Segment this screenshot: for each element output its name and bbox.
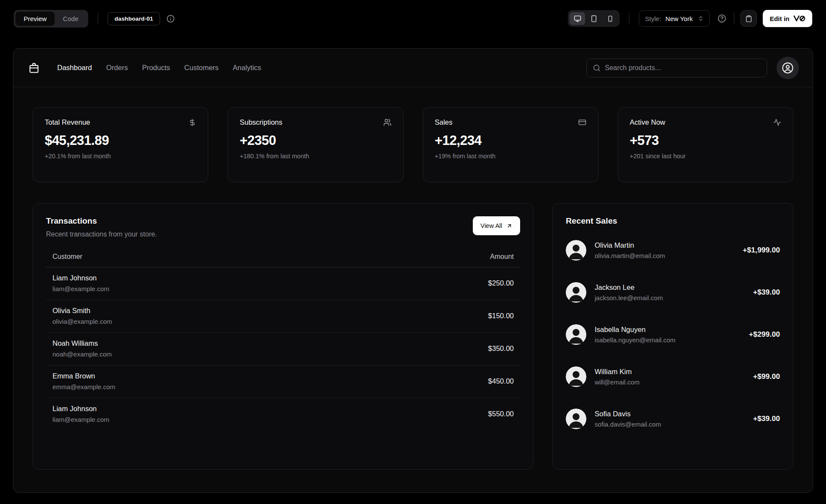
- toolbar-left-group: Preview Code dashboard-01: [14, 10, 175, 28]
- transactions-card: Transactions Recent transactions from yo…: [33, 203, 533, 470]
- sale-amount: +$299.00: [749, 330, 780, 339]
- transaction-amount: $450.00: [360, 366, 520, 398]
- recent-sales-list: Olivia Martin olivia.martin@email.com +$…: [566, 240, 780, 429]
- block-name-badge: dashboard-01: [108, 12, 160, 25]
- users-icon: [383, 118, 391, 126]
- search-box: [586, 58, 767, 77]
- toolbar-right-group: Style: New York Edit in: [568, 10, 812, 27]
- nav-item-products[interactable]: Products: [142, 64, 170, 72]
- table-row: Liam Johnson liam@example.com $550.00: [46, 398, 520, 431]
- sale-customer-name: William Kim: [595, 368, 639, 376]
- preview-toolbar: Preview Code dashboard-01: [0, 0, 826, 37]
- column-header-customer: Customer: [46, 253, 360, 267]
- user-menu-button[interactable]: [777, 57, 799, 79]
- stat-card-active-now: Active Now +573 +201 since last hour: [618, 107, 793, 182]
- sale-amount: +$39.00: [753, 415, 780, 423]
- arrow-up-right-icon: [506, 223, 512, 229]
- transaction-amount: $250.00: [360, 267, 520, 300]
- desktop-viewport-button[interactable]: [570, 12, 585, 25]
- stat-card-subscriptions: Subscriptions +2350 +180.1% from last mo…: [228, 107, 403, 182]
- stats-row: Total Revenue $45,231.89 +20.1% from las…: [33, 107, 793, 182]
- tablet-icon: [590, 15, 598, 22]
- customer-name: Olivia Smith: [52, 307, 354, 315]
- sale-amount: +$99.00: [753, 372, 780, 381]
- toolbar-divider: [629, 13, 629, 24]
- stat-value: $45,231.89: [45, 133, 196, 148]
- stat-change: +201 since last hour: [630, 153, 781, 160]
- edit-in-v0-button[interactable]: Edit in: [763, 10, 812, 27]
- code-tab[interactable]: Code: [55, 12, 86, 26]
- table-row: Emma Brown emma@example.com $450.00: [46, 366, 520, 398]
- recent-sales-card: Recent Sales Olivia Martin olivia.martin…: [552, 203, 793, 470]
- table-row: Noah Williams noah@example.com $350.00: [46, 333, 520, 366]
- avatar: [566, 324, 586, 345]
- clipboard-icon[interactable]: [740, 10, 757, 27]
- dollar-sign-icon: [188, 119, 196, 126]
- stat-title: Sales: [435, 118, 453, 126]
- sale-customer-email: jackson.lee@email.com: [595, 294, 663, 301]
- list-item: William Kim will@email.com +$99.00: [566, 366, 780, 387]
- stat-change: +20.1% from last month: [45, 153, 196, 160]
- search-input[interactable]: [605, 64, 761, 72]
- customer-email: olivia@example.com: [52, 318, 354, 325]
- smartphone-icon: [607, 15, 613, 22]
- customer-email: emma@example.com: [52, 383, 354, 390]
- stat-title: Total Revenue: [45, 118, 90, 126]
- transactions-subtitle: Recent transactions from your store.: [46, 230, 157, 238]
- nav-item-dashboard[interactable]: Dashboard: [57, 64, 92, 72]
- customer-name: Emma Brown: [52, 372, 354, 380]
- activity-icon: [773, 118, 781, 126]
- nav-item-analytics[interactable]: Analytics: [233, 64, 261, 72]
- column-header-amount: Amount: [360, 253, 520, 267]
- customer-name: Noah Williams: [52, 339, 354, 347]
- table-row: Liam Johnson liam@example.com $250.00: [46, 267, 520, 300]
- credit-card-icon: [578, 118, 586, 126]
- recent-sales-title: Recent Sales: [566, 216, 780, 226]
- transaction-amount: $150.00: [360, 300, 520, 333]
- nav-item-customers[interactable]: Customers: [184, 64, 219, 72]
- customer-name: Liam Johnson: [52, 405, 354, 413]
- list-item: Sofia Davis sofia.davis@email.com +$39.0…: [566, 409, 780, 429]
- stat-value: +12,234: [435, 133, 586, 148]
- main-nav: Dashboard Orders Products Customers Anal…: [57, 64, 261, 72]
- list-item: Isabella Nguyen isabella.nguyen@email.co…: [566, 324, 780, 345]
- main-row: Transactions Recent transactions from yo…: [33, 203, 793, 470]
- toolbar-divider: [734, 13, 734, 24]
- transaction-amount: $550.00: [360, 398, 520, 431]
- toolbar-divider: [98, 13, 98, 24]
- style-select[interactable]: Style: New York: [639, 10, 710, 27]
- customer-email: liam@example.com: [52, 416, 354, 423]
- stat-value: +2350: [240, 133, 391, 148]
- chevrons-up-down-icon: [698, 15, 704, 22]
- sale-amount: +$1,999.00: [743, 246, 780, 255]
- sale-customer-email: isabella.nguyen@email.com: [595, 336, 675, 344]
- dashboard-header: Dashboard Orders Products Customers Anal…: [13, 49, 813, 87]
- edit-in-label: Edit in: [770, 15, 789, 22]
- list-item: Olivia Martin olivia.martin@email.com +$…: [566, 240, 780, 261]
- dashboard-content: Total Revenue $45,231.89 +20.1% from las…: [13, 87, 813, 470]
- info-icon[interactable]: [166, 15, 175, 23]
- transactions-table: Customer Amount Liam Johnson liam@exampl…: [46, 253, 520, 430]
- mobile-viewport-button[interactable]: [602, 12, 618, 25]
- stat-change: +180.1% from last month: [240, 153, 391, 160]
- v0-logo-icon: [793, 15, 805, 22]
- dashboard-preview-panel: Dashboard Orders Products Customers Anal…: [13, 48, 813, 493]
- avatar: [566, 409, 586, 429]
- sale-customer-email: sofia.davis@email.com: [595, 421, 661, 428]
- avatar: [566, 366, 586, 387]
- view-all-label: View All: [481, 222, 502, 229]
- avatar: [566, 240, 586, 261]
- preview-tab[interactable]: Preview: [15, 12, 55, 26]
- customer-email: liam@example.com: [52, 285, 354, 292]
- monitor-icon: [574, 15, 581, 22]
- store-icon[interactable]: [28, 62, 40, 74]
- customer-email: noah@example.com: [52, 350, 354, 358]
- tablet-viewport-button[interactable]: [586, 12, 601, 25]
- help-icon[interactable]: [718, 14, 726, 23]
- style-value: New York: [666, 15, 693, 22]
- table-row: Olivia Smith olivia@example.com $150.00: [46, 300, 520, 333]
- view-all-button[interactable]: View All: [473, 216, 521, 235]
- stat-card-sales: Sales +12,234 +19% from last month: [423, 107, 598, 182]
- nav-item-orders[interactable]: Orders: [106, 64, 128, 72]
- customer-name: Liam Johnson: [52, 274, 354, 282]
